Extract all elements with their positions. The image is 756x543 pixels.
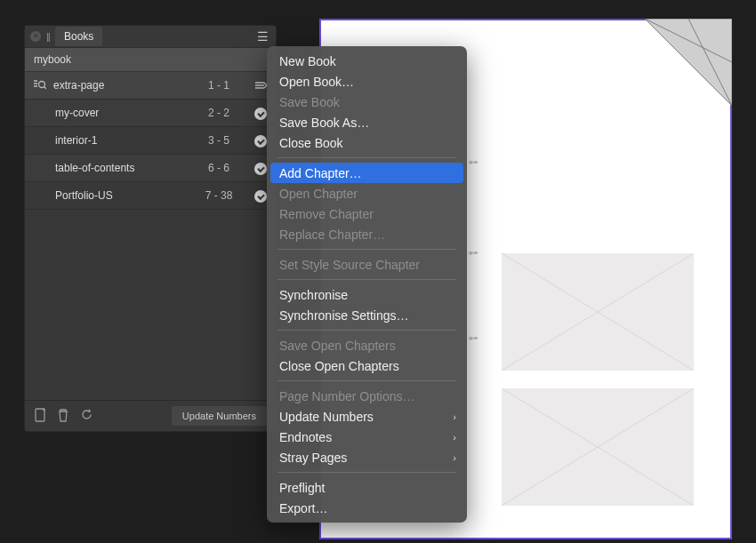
menu-item-label: Preflight [279,481,325,495]
page-fold-decoration [645,19,732,106]
chapter-pages: 2 - 2 [192,107,245,119]
menu-item-save-book: Save Book [267,92,467,112]
svg-line-8 [44,86,47,89]
chapter-row[interactable]: table-of-contents 6 - 6 [25,155,276,182]
menu-item-label: Stray Pages [279,451,347,465]
chapter-row[interactable]: extra-page 1 - 1 [25,72,276,100]
panel-footer: Update Numbers [25,400,276,431]
menu-item-label: New Book [279,54,336,68]
book-name-row[interactable]: mybook [25,48,276,72]
image-placeholder [502,253,694,371]
menu-item-endnotes[interactable]: Endnotes› [267,427,467,447]
delete-icon[interactable] [57,408,69,425]
chapter-name: table-of-contents [55,162,185,174]
menu-item-close-book[interactable]: Close Book [267,132,467,153]
menu-item-set-style-source-chapter: Set Style Source Chapter [267,254,467,275]
menu-item-label: Save Book As… [279,116,369,130]
panel-menu-icon[interactable]: ☰ [255,29,270,44]
menu-item-open-book[interactable]: Open Book… [267,71,467,92]
menu-separator [277,330,456,331]
body-text-fragment: que [469,335,593,340]
chapter-name: extra-page [53,79,185,92]
menu-item-preflight[interactable]: Preflight [267,477,467,498]
refresh-icon[interactable] [80,408,93,424]
books-panel: ✕ ‖ Books ☰ mybook extra-page 1 - 1 my-c… [25,26,276,431]
menu-item-label: Page Number Options… [279,389,415,403]
menu-item-label: Save Open Chapters [279,339,396,353]
menu-item-save-open-chapters: Save Open Chapters [267,335,467,355]
menu-item-replace-chapter: Replace Chapter… [267,224,467,244]
menu-item-label: Export… [279,501,327,515]
chapter-list: extra-page 1 - 1 my-cover 2 - 2 interior… [25,72,276,400]
panel-header: ✕ ‖ Books ☰ [25,26,276,48]
menu-item-add-chapter[interactable]: Add Chapter… [270,163,463,183]
menu-item-label: Synchronise [279,288,348,302]
menu-item-new-book[interactable]: New Book [267,51,467,71]
menu-item-synchronise-settings[interactable]: Synchronise Settings… [267,305,467,325]
menu-separator [277,472,456,473]
chapter-name: interior-1 [55,134,185,147]
chapter-row[interactable]: interior-1 3 - 5 [25,127,276,155]
submenu-arrow-icon: › [453,432,456,443]
menu-item-label: Set Style Source Chapter [279,258,420,272]
book-name: mybook [34,53,71,66]
menu-item-save-book-as[interactable]: Save Book As… [267,112,467,132]
chapter-row[interactable]: my-cover 2 - 2 [25,100,276,127]
menu-separator [277,279,456,280]
svg-point-7 [39,81,45,87]
menu-item-page-number-options: Page Number Options… [267,386,467,406]
body-text-fragment: que [469,250,593,255]
menu-item-close-open-chapters[interactable]: Close Open Chapters [267,355,467,376]
menu-item-export[interactable]: Export… [267,498,467,518]
panel-tab[interactable]: Books [55,27,102,46]
collapse-icon[interactable]: ‖ [46,32,50,42]
chapter-pages: 6 - 6 [192,162,245,174]
menu-item-label: Remove Chapter [279,207,374,221]
chapter-row[interactable]: Portfolio-US 7 - 38 [25,182,276,210]
menu-item-label: Add Chapter… [279,166,362,180]
menu-item-label: Update Numbers [279,410,374,424]
menu-item-stray-pages[interactable]: Stray Pages› [267,447,467,467]
menu-separator [277,380,456,381]
menu-item-label: Open Chapter [279,187,358,201]
body-text-fragment: que [469,159,593,164]
submenu-arrow-icon: › [453,452,456,463]
chapter-pages: 3 - 5 [192,134,245,147]
svg-marker-4 [645,19,732,106]
books-panel-context-menu: New BookOpen Book…Save BookSave Book As…… [267,46,467,523]
menu-separator [277,157,456,158]
menu-separator [277,249,456,250]
chapter-pages: 1 - 1 [192,79,245,92]
menu-item-label: Open Book… [279,75,354,89]
style-source-icon [32,78,46,93]
menu-item-synchronise[interactable]: Synchronise [267,284,467,305]
menu-item-open-chapter: Open Chapter [267,183,467,204]
close-panel-icon[interactable]: ✕ [30,31,41,42]
submenu-arrow-icon: › [453,411,456,422]
menu-item-label: Close Book [279,136,343,150]
chapter-name: my-cover [55,107,185,119]
svg-rect-9 [36,409,44,421]
chapter-name: Portfolio-US [55,189,185,202]
menu-item-update-numbers[interactable]: Update Numbers› [267,406,467,427]
chapter-pages: 7 - 38 [192,189,245,202]
menu-item-label: Close Open Chapters [279,359,399,373]
image-placeholder [502,388,694,506]
menu-item-label: Replace Chapter… [279,228,385,242]
menu-item-label: Synchronise Settings… [279,308,409,323]
update-numbers-button[interactable]: Update Numbers [172,406,267,426]
menu-item-remove-chapter: Remove Chapter [267,204,467,224]
menu-item-label: Save Book [279,95,340,109]
add-page-icon[interactable] [34,408,46,425]
menu-item-label: Endnotes [279,430,332,444]
